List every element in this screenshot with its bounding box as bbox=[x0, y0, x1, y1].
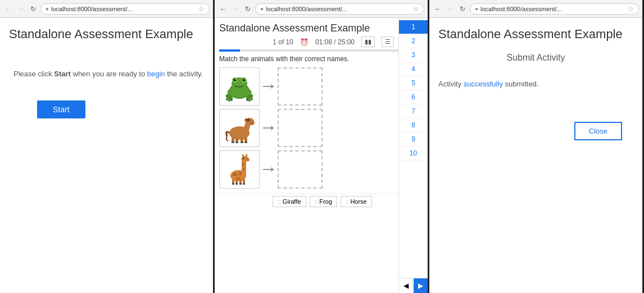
address-bar-2[interactable]: ● localhost:8000/assessment/... ☆ bbox=[255, 3, 424, 15]
svg-point-50 bbox=[246, 159, 250, 161]
svg-point-13 bbox=[226, 98, 228, 100]
reload-btn-1[interactable]: ↻ bbox=[28, 4, 38, 14]
q-num-1[interactable]: 1 bbox=[399, 20, 428, 34]
forward-btn-1[interactable]: → bbox=[16, 4, 26, 14]
question-text: Match the animals with their correct nam… bbox=[219, 55, 425, 63]
drag-dots-giraffe: :: bbox=[278, 199, 281, 205]
browser-panel-1: ← → ↻ ● localhost:8000/assessment/... ☆ … bbox=[0, 0, 215, 293]
address-bar-1[interactable]: ● localhost:8000/assessment/... ☆ bbox=[40, 3, 210, 15]
submit-title: Submit Activity bbox=[438, 53, 633, 63]
toolbar-2: ← → ↻ ● localhost:8000/assessment/... ☆ bbox=[215, 0, 428, 18]
answer-box-horse[interactable] bbox=[278, 109, 323, 147]
svg-point-6 bbox=[243, 78, 246, 81]
q-num-4[interactable]: 4 bbox=[399, 62, 428, 76]
connector-giraffe bbox=[263, 166, 274, 173]
page-content-2: Standalone Assessment Example 1 of 10 ⏰ … bbox=[215, 18, 428, 293]
timer-text: 01:08 / 25:00 bbox=[315, 38, 355, 46]
url-text-3: localhost:8000/assessment/... bbox=[480, 6, 625, 12]
svg-rect-57 bbox=[239, 183, 242, 185]
star-icon-3: ☆ bbox=[628, 5, 634, 13]
connector-horse bbox=[263, 125, 274, 131]
drag-dots-frog: :: bbox=[315, 199, 318, 205]
svg-point-16 bbox=[251, 98, 253, 100]
page-title-2: Standalone Assessment Example bbox=[219, 22, 428, 34]
intro-link: begin bbox=[147, 70, 165, 78]
forward-btn-2[interactable]: → bbox=[230, 4, 241, 14]
svg-point-18 bbox=[246, 99, 248, 101]
word-bank: :: Giraffe :: Frog :: Horse bbox=[219, 193, 425, 209]
intro-part3: the activity. bbox=[165, 70, 203, 78]
word-frog-label: Frog bbox=[319, 198, 332, 205]
list-button[interactable]: ☰ bbox=[382, 36, 394, 47]
svg-rect-41 bbox=[242, 163, 244, 166]
q-num-3[interactable]: 3 bbox=[399, 48, 428, 62]
question-area: Match the animals with their correct nam… bbox=[219, 55, 428, 289]
svg-point-15 bbox=[230, 99, 233, 101]
pause-button[interactable]: ▮▮ bbox=[361, 36, 375, 47]
page-title-3: Standalone Assessment Example bbox=[438, 27, 633, 42]
q-num-10[interactable]: 10 bbox=[399, 146, 428, 161]
q-num-7[interactable]: 7 bbox=[399, 104, 428, 118]
svg-rect-32 bbox=[241, 141, 243, 143]
word-chip-giraffe[interactable]: :: Giraffe bbox=[273, 196, 306, 207]
success-part1: Activity bbox=[438, 80, 464, 88]
q-num-9[interactable]: 9 bbox=[399, 132, 428, 146]
intro-part1: Please click bbox=[13, 70, 54, 78]
page-title-1: Standalone Assessment Example bbox=[9, 27, 204, 42]
q-num-2[interactable]: 2 bbox=[399, 34, 428, 48]
back-btn-1[interactable]: ← bbox=[3, 4, 13, 14]
progress-label: 1 of 10 bbox=[273, 38, 293, 46]
reload-btn-3[interactable]: ↻ bbox=[457, 4, 468, 14]
horse-image bbox=[223, 113, 256, 144]
word-giraffe-label: Giraffe bbox=[283, 198, 301, 205]
url-text-1: localhost:8000/assessment/... bbox=[51, 6, 196, 12]
svg-point-49 bbox=[244, 158, 244, 158]
animal-box-giraffe bbox=[219, 150, 260, 189]
lock-icon-1: ● bbox=[46, 6, 49, 12]
timer-icon: ⏰ bbox=[300, 38, 309, 46]
svg-rect-56 bbox=[235, 183, 238, 185]
progress-container bbox=[219, 49, 428, 52]
next-question-btn[interactable]: ▶ bbox=[414, 278, 428, 293]
browser-panel-3: ← → ↻ ● localhost:8000/assessment/... ☆ … bbox=[429, 0, 644, 293]
q-num-8[interactable]: 8 bbox=[399, 118, 428, 132]
address-bar-3[interactable]: ● localhost:8000/assessment/... ☆ bbox=[470, 3, 639, 15]
start-button[interactable]: Start bbox=[37, 100, 85, 118]
prev-question-btn[interactable]: ◀ bbox=[399, 278, 414, 293]
q-num-6[interactable]: 6 bbox=[399, 90, 428, 104]
success-part2: submitted. bbox=[503, 80, 539, 88]
animal-box-horse bbox=[219, 109, 260, 147]
q-nav-footer: ◀ ▶ bbox=[399, 278, 428, 293]
svg-rect-42 bbox=[243, 168, 244, 171]
word-chip-horse[interactable]: :: Horse bbox=[341, 196, 372, 207]
back-btn-3[interactable]: ← bbox=[433, 4, 443, 14]
intro-bold: Start bbox=[54, 70, 71, 78]
forward-btn-3[interactable]: → bbox=[445, 4, 455, 14]
svg-point-14 bbox=[228, 99, 230, 102]
connector-frog bbox=[263, 83, 274, 90]
svg-rect-30 bbox=[232, 141, 234, 143]
giraffe-image bbox=[223, 154, 256, 185]
close-button[interactable]: Close bbox=[574, 122, 622, 140]
toolbar-3: ← → ↻ ● localhost:8000/assessment/... ☆ bbox=[429, 0, 642, 18]
svg-point-37 bbox=[233, 173, 237, 176]
reload-btn-2[interactable]: ↻ bbox=[243, 4, 253, 14]
svg-marker-35 bbox=[271, 126, 274, 130]
animal-box-frog bbox=[219, 67, 260, 106]
assessment-header: 1 of 10 ⏰ 01:08 / 25:00 ▮▮ ☰ bbox=[219, 36, 428, 47]
intro-text-1: Please click Start when you are ready to… bbox=[9, 70, 204, 78]
answer-box-giraffe[interactable] bbox=[278, 150, 323, 189]
word-chip-frog[interactable]: :: Frog bbox=[310, 196, 337, 207]
svg-rect-33 bbox=[244, 141, 247, 143]
svg-marker-20 bbox=[271, 84, 274, 89]
word-horse-label: Horse bbox=[350, 198, 366, 205]
page-content-3: Standalone Assessment Example Submit Act… bbox=[429, 18, 642, 293]
q-num-5[interactable]: 5 bbox=[399, 76, 428, 90]
match-row-horse bbox=[219, 109, 425, 147]
question-nav: 1 2 3 4 5 6 7 8 9 10 ◀ ▶ bbox=[398, 18, 428, 293]
svg-point-24 bbox=[249, 121, 255, 125]
answer-box-frog[interactable] bbox=[278, 67, 323, 106]
back-btn-2[interactable]: ← bbox=[218, 4, 228, 14]
svg-rect-31 bbox=[235, 141, 238, 143]
assessment-body: Match the animals with their correct nam… bbox=[219, 55, 428, 289]
